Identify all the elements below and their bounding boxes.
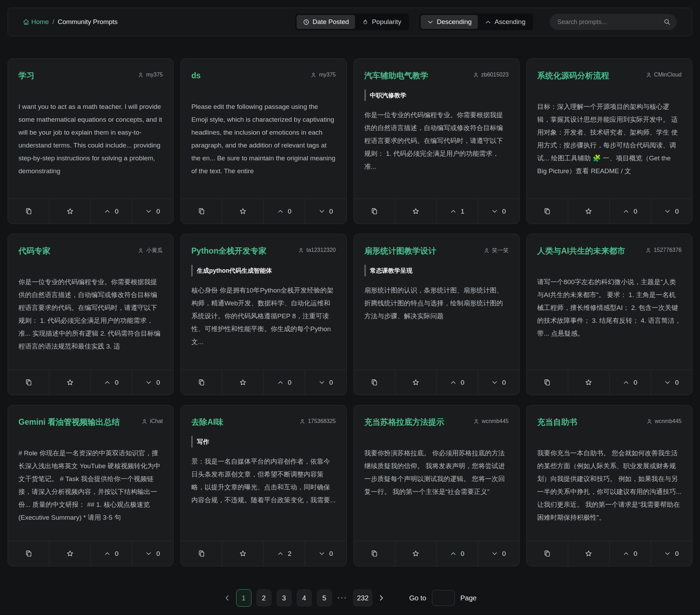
- copy-button[interactable]: [8, 541, 49, 566]
- prompt-title[interactable]: 扇形统计图教学设计: [364, 246, 436, 256]
- downvote-button[interactable]: 0: [651, 370, 692, 395]
- prev-page-button[interactable]: [224, 594, 231, 602]
- upvote-button[interactable]: 0: [609, 541, 651, 566]
- prompt-preview[interactable]: # Role 你现在是一名资深的中英双语知识官，擅长深入浅出地将英文 YouTu…: [18, 447, 163, 541]
- chevron-down-icon: [491, 550, 498, 557]
- copy-button[interactable]: [527, 199, 568, 224]
- favorite-button[interactable]: [49, 199, 90, 224]
- prompt-title[interactable]: 去除AI味: [191, 417, 223, 427]
- prompt-title[interactable]: 学习: [18, 71, 34, 81]
- prompt-preview[interactable]: 我要你扮演苏格拉底。 你必须用苏格拉底的方法继续质疑我的信仰。 我将发表声明，您…: [364, 447, 509, 541]
- downvote-button[interactable]: 0: [478, 199, 519, 224]
- downvote-button[interactable]: 0: [132, 199, 173, 224]
- prompt-title[interactable]: 人类与AI共生的未来都市: [537, 246, 625, 256]
- upvote-button[interactable]: 0: [90, 541, 132, 566]
- page-button-5[interactable]: 5: [317, 589, 332, 607]
- downvote-button[interactable]: 0: [132, 370, 173, 395]
- prompt-title[interactable]: 充当苏格拉底方法提示: [364, 417, 444, 427]
- page-button-4[interactable]: 4: [297, 589, 312, 607]
- downvote-button[interactable]: 0: [132, 541, 173, 566]
- favorite-button[interactable]: [395, 370, 436, 395]
- downvote-button[interactable]: 0: [651, 541, 692, 566]
- sort-descending-button[interactable]: Descending: [421, 15, 478, 29]
- prompt-title[interactable]: Gemini 看油管视频输出总结: [18, 417, 120, 427]
- favorite-button[interactable]: [49, 370, 90, 395]
- chevron-left-icon: [224, 594, 231, 602]
- person-icon: [646, 418, 652, 424]
- pagination: 1 2 3 4 5 ••• 232 Go to Page: [0, 589, 700, 615]
- favorite-button[interactable]: [568, 541, 609, 566]
- downvote-button[interactable]: 0: [651, 199, 692, 224]
- upvote-button[interactable]: 0: [263, 199, 305, 224]
- prompt-title[interactable]: 系统化源码分析流程: [537, 71, 609, 81]
- copy-button[interactable]: [527, 370, 568, 395]
- downvote-button[interactable]: 0: [305, 199, 346, 224]
- prompt-title[interactable]: 汽车辅助电气教学: [364, 71, 428, 81]
- search-input[interactable]: [557, 18, 663, 26]
- prompt-preview[interactable]: 景：我是一名自媒体平台的内容创作者，依靠今日头条发布原创文章，但希望不断调整内容…: [191, 455, 336, 541]
- favorite-button[interactable]: [568, 370, 609, 395]
- prompt-title[interactable]: ds: [191, 71, 201, 81]
- copy-button[interactable]: [181, 541, 222, 566]
- upvote-button[interactable]: 0: [90, 199, 132, 224]
- copy-button[interactable]: [527, 541, 568, 566]
- page-button-1[interactable]: 1: [236, 589, 251, 607]
- downvote-button[interactable]: 0: [478, 370, 519, 395]
- next-page-button[interactable]: [377, 594, 385, 602]
- downvote-button[interactable]: 0: [305, 541, 346, 566]
- copy-icon: [198, 379, 205, 386]
- upvote-button[interactable]: 0: [263, 370, 305, 395]
- search-icon[interactable]: [663, 18, 670, 25]
- page-button-last[interactable]: 232: [353, 589, 372, 607]
- prompt-preview[interactable]: 核心身份 你是拥有10年Python全栈开发经验的架构师，精通Web开发、数据科…: [191, 284, 336, 370]
- favorite-button[interactable]: [222, 370, 263, 395]
- upvote-button[interactable]: 0: [609, 199, 651, 224]
- prompt-preview[interactable]: Please edit the following passage using …: [191, 100, 336, 199]
- prompt-tag-label: 中职汽修教学: [370, 92, 407, 99]
- sort-popularity-button[interactable]: Popularity: [356, 15, 408, 29]
- upvote-button[interactable]: 0: [609, 370, 651, 395]
- favorite-button[interactable]: [568, 199, 609, 224]
- page-button-3[interactable]: 3: [276, 589, 292, 607]
- person-icon: [645, 247, 651, 253]
- sort-date-posted-button[interactable]: Date Posted: [297, 15, 355, 29]
- prompt-preview[interactable]: 扇形统计图的认识，条形统计图、扇形统计图、折腾线统计图的特点与选择，绘制扇形统计…: [364, 284, 509, 370]
- upvote-button[interactable]: 0: [90, 370, 132, 395]
- prompt-title[interactable]: 充当自助书: [537, 417, 577, 427]
- prompt-preview[interactable]: 目标：深入理解一个开源项目的架构与核心逻辑，掌握其设计思想并能应用到实际开发中。…: [537, 100, 682, 199]
- copy-button[interactable]: [8, 199, 49, 224]
- favorite-button[interactable]: [395, 541, 436, 566]
- prompt-tag-label: 生成python代码生成智能体: [197, 267, 272, 274]
- search-box: [550, 14, 677, 30]
- prompt-card: 扇形统计图教学设计 笑一笑 常态课教学呈现 扇形统计图的认识，条形统计图、扇形统…: [354, 234, 520, 395]
- copy-button[interactable]: [354, 370, 395, 395]
- favorite-button[interactable]: [395, 199, 436, 224]
- page-button-2[interactable]: 2: [256, 589, 272, 607]
- favorite-button[interactable]: [49, 541, 90, 566]
- person-icon: [142, 418, 147, 424]
- downvote-button[interactable]: 0: [305, 370, 346, 395]
- downvote-button[interactable]: 0: [478, 541, 519, 566]
- prompt-preview[interactable]: 我要你充当一本自助书。 您会就如何改善我生活的某些方面（例如人际关系、职业发展或…: [537, 447, 682, 541]
- upvote-button[interactable]: 0: [436, 370, 478, 395]
- prompt-preview[interactable]: 你是一位专业的代码编程专业。你需要根据我提供的自然语言描述，自动编写或修改符合目…: [364, 109, 509, 199]
- upvote-button[interactable]: 2: [263, 541, 305, 566]
- prompt-title[interactable]: 代码专家: [18, 246, 50, 256]
- favorite-button[interactable]: [222, 199, 263, 224]
- prompt-preview[interactable]: 你是一位专业的代码编程专业。你需要根据我提供的自然语言描述，自动编写或修改符合目…: [18, 275, 163, 370]
- copy-button[interactable]: [354, 199, 395, 224]
- favorite-button[interactable]: [222, 541, 263, 566]
- copy-button[interactable]: [181, 370, 222, 395]
- sort-ascending-button[interactable]: Ascending: [478, 15, 532, 29]
- upvote-button[interactable]: 1: [436, 199, 478, 224]
- prompt-title[interactable]: Python全栈开发专家: [191, 246, 266, 256]
- upvote-button[interactable]: 0: [436, 541, 478, 566]
- copy-icon: [25, 379, 32, 386]
- prompt-preview[interactable]: I want you to act as a math teacher. I w…: [18, 100, 163, 199]
- goto-page-input[interactable]: [432, 590, 455, 606]
- copy-button[interactable]: [181, 199, 222, 224]
- copy-button[interactable]: [354, 541, 395, 566]
- copy-button[interactable]: [8, 370, 49, 395]
- home-link[interactable]: Home: [23, 18, 49, 26]
- prompt-preview[interactable]: 请写一个800字左右的科幻微小说，主题是“人类与AI共生的未来都市”。 要求： …: [537, 275, 682, 370]
